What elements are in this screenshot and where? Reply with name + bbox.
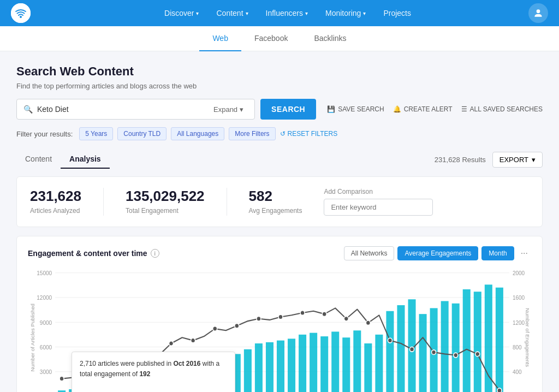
svg-point-4 [537, 9, 540, 13]
svg-rect-43 [277, 341, 284, 392]
svg-rect-44 [288, 338, 295, 392]
comparison-box: Add Comparison [324, 188, 529, 216]
export-button[interactable]: EXPORT ▾ [492, 152, 543, 168]
save-search-link[interactable]: 💾 SAVE SEARCH [327, 105, 384, 113]
articles-analyzed-value: 231,628 [30, 188, 81, 205]
svg-text:1200: 1200 [513, 319, 525, 325]
avg-engagements-label: Avg Engagements [249, 207, 302, 215]
top-navigation: Discover ▾ Content ▾ Influencers ▾ Monit… [0, 0, 559, 26]
search-button[interactable]: SEARCH [260, 99, 316, 120]
content-analysis-tabs: Content Analysis [16, 150, 110, 169]
stat-avg-engagements: 582 Avg Engagements [249, 188, 302, 215]
svg-point-69 [169, 341, 174, 346]
sub-navigation: Web Facebook Backlinks [0, 26, 559, 51]
svg-point-80 [410, 347, 414, 352]
subnav-web[interactable]: Web [199, 26, 241, 51]
all-saved-searches-link[interactable]: ☰ ALL SAVED SEARCHES [461, 105, 543, 113]
export-chevron: ▾ [532, 156, 536, 164]
main-content: Search Web Content Find the top performi… [0, 51, 559, 392]
nav-content[interactable]: Content ▾ [209, 4, 255, 22]
svg-point-70 [191, 338, 195, 343]
chart-area: 15000 12000 9000 6000 3000 0 2000 1600 1… [28, 267, 531, 392]
tab-analysis[interactable]: Analysis [61, 150, 110, 169]
svg-rect-48 [331, 331, 339, 392]
create-alert-link[interactable]: 🔔 CREATE ALERT [393, 105, 453, 113]
svg-point-81 [432, 350, 436, 355]
stat-divider-2 [227, 188, 227, 216]
alert-icon: 🔔 [393, 105, 401, 113]
svg-rect-59 [452, 304, 460, 392]
svg-point-75 [300, 311, 305, 316]
stat-divider-1 [103, 188, 104, 216]
nav-discover[interactable]: Discover ▾ [157, 4, 206, 22]
svg-text:Number of Articles Published: Number of Articles Published [30, 304, 35, 371]
page-title: Search Web Content [16, 64, 543, 79]
chart-controls: All Networks Average Engagements Month ·… [344, 246, 531, 260]
chart-info-icon[interactable]: i [151, 249, 159, 258]
user-avatar[interactable] [528, 3, 548, 23]
avg-engagements-button[interactable]: Average Engagements [397, 246, 478, 260]
nav-monitoring[interactable]: Monitoring ▾ [318, 4, 373, 22]
svg-point-79 [388, 338, 392, 343]
results-info: 231,628 Results EXPORT ▾ [435, 152, 543, 168]
svg-point-83 [475, 352, 480, 357]
nav-influencers[interactable]: Influencers ▾ [258, 4, 316, 22]
search-icon: 🔍 [23, 105, 33, 114]
subnav-backlinks[interactable]: Backlinks [301, 26, 359, 51]
list-icon: ☰ [461, 105, 467, 113]
filter-label: Filter your results: [16, 130, 73, 138]
chart-more-button[interactable]: ··· [518, 246, 531, 260]
influencers-arrow: ▾ [305, 10, 308, 16]
svg-rect-61 [474, 292, 481, 392]
svg-text:2000: 2000 [513, 270, 525, 276]
save-icon: 💾 [327, 105, 335, 113]
svg-text:6000: 6000 [40, 344, 52, 350]
svg-point-82 [454, 353, 458, 358]
svg-rect-42 [266, 342, 273, 392]
reset-filters-link[interactable]: ↺ RESET FILTERS [280, 130, 338, 138]
search-input[interactable] [37, 105, 209, 114]
nav-links: Discover ▾ Content ▾ Influencers ▾ Monit… [47, 4, 528, 22]
filter-country-tld[interactable]: Country TLD [117, 127, 166, 140]
nav-projects[interactable]: Projects [376, 4, 419, 22]
svg-text:3000: 3000 [40, 369, 52, 375]
svg-rect-50 [353, 330, 361, 392]
filter-all-languages[interactable]: All Languages [171, 127, 224, 140]
monitoring-arrow: ▾ [363, 10, 366, 16]
filter-5years[interactable]: 5 Years [79, 127, 113, 140]
page-subtitle: Find the top performing articles and blo… [16, 82, 543, 90]
articles-analyzed-label: Articles Analyzed [30, 207, 81, 215]
svg-point-71 [213, 326, 217, 331]
svg-point-76 [322, 312, 326, 317]
analysis-tabs-row: Content Analysis 231,628 Results EXPORT … [16, 150, 543, 169]
total-engagement-value: 135,029,522 [126, 188, 205, 205]
month-button[interactable]: Month [481, 246, 514, 260]
comparison-input[interactable] [324, 199, 433, 216]
comparison-label: Add Comparison [324, 188, 529, 195]
content-arrow: ▾ [246, 10, 248, 16]
stats-card: 231,628 Articles Analyzed 135,029,522 To… [16, 176, 543, 227]
svg-rect-56 [419, 314, 427, 392]
svg-rect-45 [299, 335, 306, 392]
chart-tooltip: 2,710 articles were published in Oct 201… [72, 352, 235, 392]
svg-text:1600: 1600 [513, 295, 525, 301]
logo-icon[interactable] [11, 3, 31, 23]
all-networks-button[interactable]: All Networks [344, 246, 395, 260]
results-count: 231,628 Results [435, 156, 486, 164]
avg-engagements-value: 582 [249, 188, 302, 205]
chart-header: Engagement & content over time i All Net… [28, 246, 531, 260]
search-bar: 🔍 Expand ▾ SEARCH 💾 SAVE SEARCH 🔔 CREATE… [16, 99, 543, 120]
tab-content[interactable]: Content [16, 150, 61, 169]
stat-articles-analyzed: 231,628 Articles Analyzed [30, 188, 81, 215]
reset-icon: ↺ [280, 130, 286, 138]
search-actions: 💾 SAVE SEARCH 🔔 CREATE ALERT ☰ ALL SAVED… [327, 105, 543, 113]
svg-rect-63 [496, 288, 503, 392]
expand-button[interactable]: Expand ▾ [209, 103, 248, 116]
svg-text:400: 400 [513, 369, 522, 375]
svg-rect-46 [310, 333, 317, 392]
subnav-facebook[interactable]: Facebook [241, 26, 301, 51]
expand-chevron: ▾ [240, 105, 243, 114]
chart-card: Engagement & content over time i All Net… [16, 236, 543, 392]
svg-rect-40 [244, 349, 252, 392]
filter-more[interactable]: More Filters [229, 127, 275, 140]
